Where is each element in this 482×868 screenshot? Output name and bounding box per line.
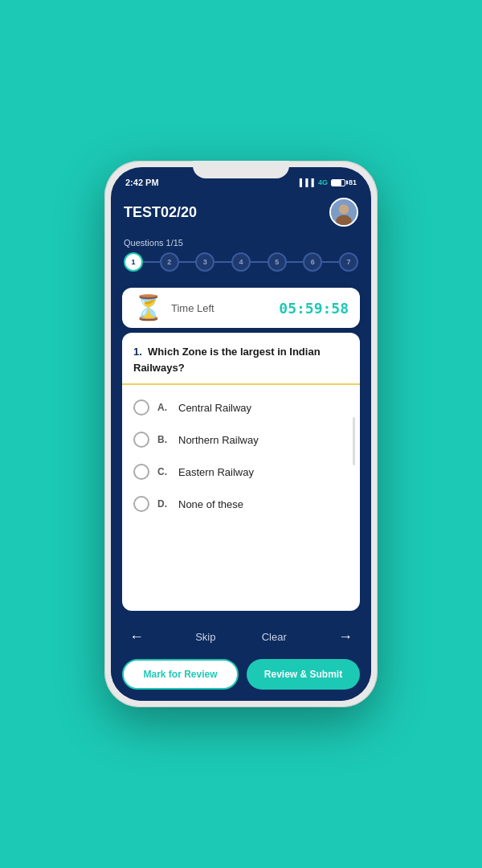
bottom-nav: ← Skip Clear → [111, 617, 371, 654]
phone-screen: 2:42 PM ▐▐▐ 4G 81 TEST02/20 [111, 167, 371, 701]
question-text: 1. Which Zone is the largest in Indian R… [122, 333, 360, 385]
progress-label: Questions 1/15 [124, 238, 358, 248]
status-time: 2:42 PM [125, 178, 159, 187]
option-a-letter: A. [157, 402, 170, 413]
option-d-letter: D. [157, 498, 170, 510]
option-a[interactable]: A. Central Railway [122, 391, 360, 424]
option-c-text: Eastern Railway [178, 466, 254, 478]
step-6[interactable]: 6 [303, 252, 322, 272]
option-c-letter: C. [157, 466, 170, 477]
battery-icon [331, 179, 345, 186]
skip-button[interactable]: Skip [195, 631, 215, 643]
next-button[interactable]: → [333, 624, 358, 649]
notch [193, 161, 289, 178]
signal-icon: ▐▐▐ [297, 178, 315, 186]
options-list: A. Central Railway B. Northern Railway C… [122, 385, 360, 611]
svg-point-2 [336, 215, 352, 227]
steps-row: 1 2 3 4 5 6 [124, 252, 358, 272]
progress-section: Questions 1/15 1 2 3 4 5 [111, 235, 371, 280]
step-line-6 [322, 261, 339, 263]
app-header: TEST02/20 [111, 193, 371, 235]
step-line-3 [214, 261, 231, 263]
phone-frame: 2:42 PM ▐▐▐ 4G 81 TEST02/20 [104, 161, 378, 707]
step-2[interactable]: 2 [160, 252, 179, 272]
step-line-1 [143, 261, 160, 263]
radio-c[interactable] [133, 464, 149, 480]
option-c[interactable]: C. Eastern Railway [122, 456, 360, 488]
avatar[interactable] [329, 198, 358, 227]
question-number: 1. [133, 346, 142, 358]
step-line-2 [179, 261, 196, 263]
svg-point-1 [339, 204, 349, 214]
step-4[interactable]: 4 [231, 252, 251, 272]
mark-for-review-button[interactable]: Mark for Review [122, 659, 239, 690]
option-d[interactable]: D. None of these [122, 488, 360, 520]
clear-button[interactable]: Clear [262, 631, 287, 643]
step-line-5 [287, 261, 304, 263]
battery-fill [332, 180, 341, 186]
option-a-text: Central Railway [178, 402, 251, 414]
battery-percent: 81 [349, 178, 357, 186]
option-b[interactable]: B. Northern Railway [122, 424, 360, 456]
step-5[interactable]: 5 [268, 252, 287, 272]
option-b-text: Northern Railway [178, 434, 259, 446]
radio-a[interactable] [133, 399, 149, 416]
option-d-text: None of these [178, 498, 243, 510]
timer-label: Time Left [171, 302, 271, 314]
network-type: 4G [318, 178, 328, 186]
radio-b[interactable] [133, 432, 149, 448]
action-buttons: Mark for Review Review & Submit [111, 654, 371, 701]
hourglass-icon: ⏳ [133, 296, 163, 320]
radio-d[interactable] [133, 496, 149, 512]
option-b-letter: B. [157, 434, 170, 445]
content-area: ⏳ Time Left 05:59:58 1. Which Zone is th… [111, 280, 371, 701]
timer-value: 05:59:58 [279, 300, 349, 317]
step-line-4 [251, 261, 268, 263]
status-icons: ▐▐▐ 4G 81 [297, 178, 357, 186]
step-7[interactable]: 7 [339, 252, 358, 272]
prev-button[interactable]: ← [124, 624, 149, 649]
step-3[interactable]: 3 [195, 252, 214, 272]
scroll-indicator [353, 417, 355, 465]
timer-card: ⏳ Time Left 05:59:58 [122, 288, 360, 328]
step-1[interactable]: 1 [124, 252, 143, 272]
app-title: TEST02/20 [124, 204, 197, 221]
question-card: 1. Which Zone is the largest in Indian R… [122, 333, 360, 611]
review-submit-button[interactable]: Review & Submit [247, 659, 360, 690]
question-body: Which Zone is the largest in Indian Rail… [133, 346, 321, 374]
